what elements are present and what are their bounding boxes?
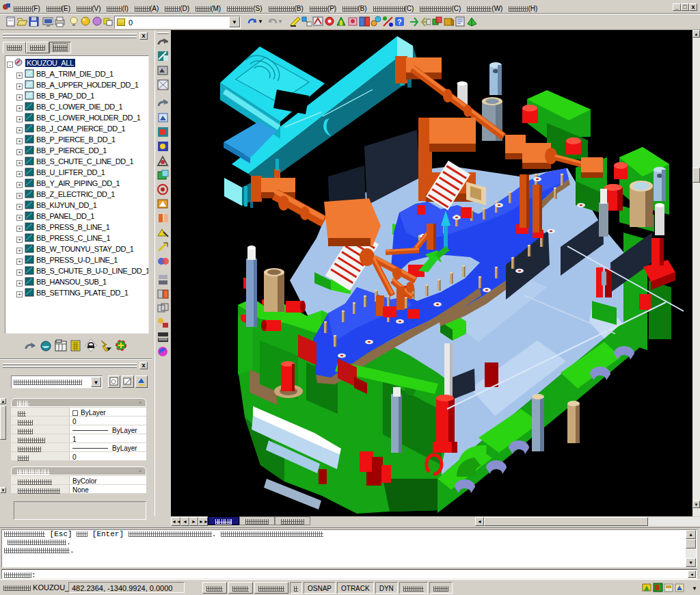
- svg-text:?: ?: [397, 18, 402, 26]
